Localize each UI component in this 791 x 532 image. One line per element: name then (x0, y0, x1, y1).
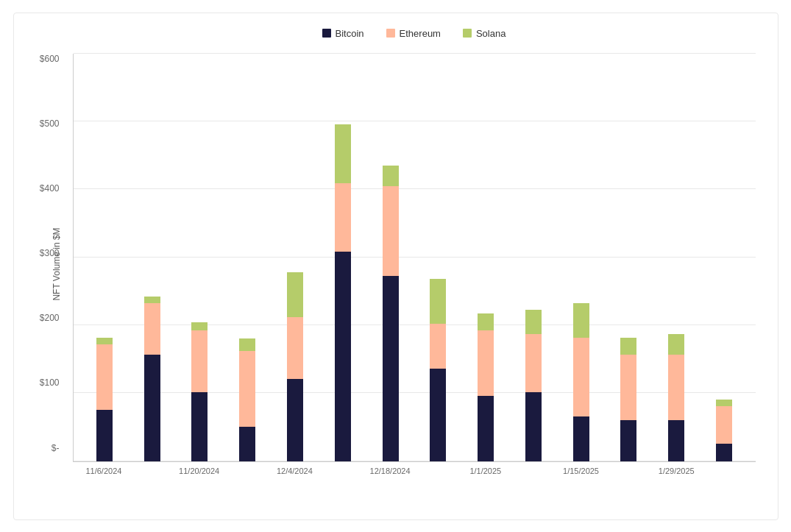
bar-segment-ethereum (430, 324, 446, 369)
bar-segment-ethereum (144, 303, 160, 355)
bar-segment-bitcoin (383, 276, 399, 461)
bar-segment-bitcoin (620, 420, 636, 461)
x-axis-label (127, 467, 175, 475)
bar-segment-bitcoin (573, 416, 589, 461)
x-axis-label: 1/1/2025 (461, 467, 509, 475)
bar-group (414, 279, 462, 461)
bar-segment-ethereum (287, 317, 303, 379)
bar-group (81, 338, 129, 461)
bar-segment-solana (144, 297, 160, 303)
bar-stack (287, 272, 303, 461)
bar-segment-solana (383, 166, 399, 186)
legend-item-bitcoin: Bitcoin (322, 28, 364, 39)
y-axis-label: $500 (25, 118, 65, 129)
bar-segment-ethereum (478, 330, 494, 396)
bar-group (700, 400, 748, 461)
bar-stack (668, 334, 684, 461)
x-axis-label: 1/29/2025 (653, 467, 700, 475)
legend-label-bitcoin: Bitcoin (336, 28, 364, 39)
bar-segment-bitcoin (287, 379, 303, 461)
legend-item-ethereum: Ethereum (386, 28, 441, 39)
bar-stack (144, 297, 160, 461)
x-axis-label (605, 467, 653, 475)
legend-item-solana: Solana (463, 28, 506, 39)
legend-label-ethereum: Ethereum (400, 28, 441, 39)
bar-segment-bitcoin (668, 420, 684, 461)
bar-segment-bitcoin (716, 444, 732, 461)
x-axis-label: 1/15/2025 (557, 467, 605, 475)
plot-area (73, 54, 756, 462)
bar-segment-ethereum (716, 406, 732, 444)
bar-segment-solana (668, 334, 684, 355)
bar-group (224, 338, 272, 461)
y-axis: $-$100$200$300$400$500$600 (25, 54, 65, 453)
x-axis-label (509, 467, 557, 475)
bar-group (128, 297, 176, 461)
bar-segment-solana (716, 400, 732, 406)
bar-segment-bitcoin (430, 369, 446, 461)
bar-segment-solana (239, 338, 255, 351)
legend-label-solana: Solana (476, 28, 506, 39)
bar-segment-solana (620, 338, 636, 355)
bar-segment-bitcoin (144, 355, 160, 461)
bar-segment-solana (573, 303, 589, 338)
bar-segment-ethereum (335, 183, 351, 252)
y-axis-label: $- (25, 443, 65, 453)
bar-stack (620, 338, 636, 461)
bar-group (366, 166, 414, 461)
chart-legend: BitcoinEthereumSolana (73, 28, 756, 39)
x-axis-label: 12/18/2024 (366, 467, 414, 475)
y-axis-label: $100 (25, 377, 65, 388)
bar-segment-solana (430, 279, 446, 324)
bar-segment-bitcoin (96, 410, 113, 461)
bar-stack (335, 124, 351, 461)
y-axis-label: $400 (25, 183, 65, 194)
legend-dot-solana (463, 29, 472, 38)
y-axis-label: $600 (25, 54, 65, 64)
bar-segment-ethereum (525, 334, 542, 392)
y-axis-label: $200 (25, 313, 65, 323)
bar-stack (191, 322, 207, 461)
bar-segment-solana (525, 310, 542, 334)
bar-segment-ethereum (239, 351, 255, 427)
bar-segment-ethereum (96, 344, 113, 410)
bar-stack (525, 310, 542, 461)
x-axis-label: 11/20/2024 (175, 467, 223, 475)
bar-group (653, 334, 700, 461)
bar-segment-ethereum (668, 355, 684, 420)
bar-stack (383, 166, 399, 461)
legend-dot-ethereum (386, 29, 395, 38)
bar-segment-bitcoin (335, 252, 351, 461)
bar-stack (573, 303, 589, 461)
x-axis-label (700, 467, 748, 475)
bar-group (319, 124, 366, 461)
x-axis-label (319, 467, 366, 475)
bar-group (605, 338, 653, 461)
bar-group (272, 272, 319, 461)
bar-segment-bitcoin (525, 392, 542, 461)
bar-segment-solana (96, 338, 113, 344)
bar-segment-ethereum (383, 186, 399, 275)
legend-dot-bitcoin (322, 29, 331, 38)
x-axis-label: 12/4/2024 (271, 467, 319, 475)
bar-segment-bitcoin (191, 392, 207, 461)
bar-group (462, 313, 510, 461)
bar-segment-bitcoin (478, 396, 494, 461)
x-axis-label (223, 467, 271, 475)
bar-stack (478, 313, 494, 461)
bar-stack (716, 400, 732, 461)
bar-group (557, 303, 605, 461)
y-axis-label: $300 (25, 248, 65, 258)
x-axis-label (414, 467, 462, 475)
bar-group (510, 310, 558, 461)
bar-stack (430, 279, 446, 461)
bar-group (176, 322, 224, 461)
bar-stack (96, 338, 113, 461)
chart-area: NFT Volume in $M $-$100$200$300$400$500$… (73, 54, 756, 475)
bar-stack (239, 338, 255, 461)
bar-segment-solana (191, 322, 207, 330)
bar-segment-solana (335, 124, 351, 182)
bar-segment-solana (287, 272, 303, 317)
bar-segment-bitcoin (239, 427, 255, 461)
bar-segment-solana (478, 313, 494, 330)
